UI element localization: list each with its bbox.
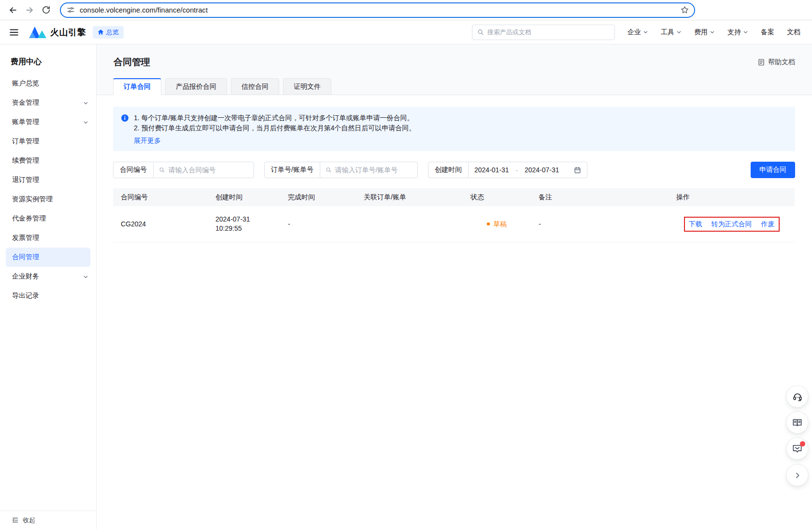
contract-no-filter-label: 合同编号 <box>114 162 154 178</box>
sidebar-item-renewal-management[interactable]: 续费管理 <box>0 151 96 170</box>
cell-finish-time: - <box>280 206 356 242</box>
browser-forward-icon[interactable] <box>21 2 38 18</box>
col-related-orders: 关联订单/账单 <box>356 188 463 206</box>
order-no-input[interactable] <box>335 166 412 174</box>
brand-logo[interactable]: 火山引擎 <box>29 26 86 39</box>
info-icon <box>121 114 129 122</box>
bookmark-star-icon[interactable] <box>680 5 689 14</box>
contract-no-filter: 合同编号 <box>113 162 254 178</box>
search-icon <box>326 167 331 173</box>
col-status: 状态 <box>463 188 531 206</box>
sidebar-title: 费用中心 <box>0 44 96 74</box>
address-bar[interactable]: console.volcengine.com/finance/contract <box>60 2 695 18</box>
apply-contract-button[interactable]: 申请合同 <box>751 162 795 178</box>
sidebar-item-enterprise-finance[interactable]: 企业财务 <box>0 267 96 286</box>
sidebar: 费用中心 账户总览 资金管理 账单管理 订单管理 续费管理 退订管理 资源实例管… <box>0 44 97 529</box>
url-text[interactable]: console.volcengine.com/finance/contract <box>80 6 675 14</box>
chevron-down-icon <box>743 29 748 35</box>
chevron-down-icon <box>643 29 648 35</box>
browser-reload-icon[interactable] <box>38 2 54 18</box>
created-time-filter: 创建时间 2024-01-31 - 2024-07-31 <box>428 162 587 178</box>
topnav-menus: 企业 工具 费用 支持 备案 文档 <box>627 28 800 37</box>
sidebar-item-invoice-management[interactable]: 发票管理 <box>0 228 96 248</box>
notification-dot <box>800 441 805 446</box>
cell-actions: 下载 转为正式合同 作废 <box>669 206 795 242</box>
content-body: 1. 每个订单/账单只支持创建一次带电子章的正式合同，可针对多个订单或账单申请一… <box>97 95 812 529</box>
download-link[interactable]: 下载 <box>689 220 702 229</box>
help-docs-label: 帮助文档 <box>768 58 795 67</box>
menu-enterprise[interactable]: 企业 <box>627 28 648 37</box>
cell-related-orders <box>356 206 463 242</box>
sidebar-item-contract-management[interactable]: 合同管理 <box>6 248 90 267</box>
sidebar-item-unsubscribe-management[interactable]: 退订管理 <box>0 170 96 190</box>
sidebar-item-voucher-management[interactable]: 代金券管理 <box>0 209 96 228</box>
global-search-input[interactable] <box>487 28 610 36</box>
cell-status: 草稿 <box>463 206 531 242</box>
tab-product-quote-contract[interactable]: 产品报价合同 <box>165 78 227 95</box>
date-range-picker[interactable]: 2024-01-31 - 2024-07-31 <box>469 162 587 178</box>
chevron-down-icon <box>710 29 715 35</box>
tab-order-contract[interactable]: 订单合同 <box>113 78 161 95</box>
created-time-filter-label: 创建时间 <box>428 162 469 178</box>
status-dot <box>487 223 490 225</box>
product-topnav: 火山引擎 总览 企业 工具 费用 支持 <box>0 20 812 44</box>
tab-credit-control-contract[interactable]: 信控合同 <box>231 78 279 95</box>
customer-service-button[interactable] <box>786 386 808 407</box>
notice-banner: 1. 每个订单/账单只支持创建一次带电子章的正式合同，可针对多个订单或账单申请一… <box>113 107 795 151</box>
browser-back-icon[interactable] <box>5 2 21 18</box>
documentation-button[interactable] <box>786 412 808 433</box>
contract-tabs: 订单合同 产品报价合同 信控合同 证明文件 <box>113 78 331 95</box>
headset-icon <box>792 391 803 402</box>
help-docs-link[interactable]: 帮助文档 <box>757 58 795 67</box>
sidebar-item-export-records[interactable]: 导出记录 <box>0 286 96 306</box>
global-search[interactable] <box>472 25 615 40</box>
date-range-end[interactable]: 2024-07-31 <box>525 166 559 174</box>
collapse-icon <box>12 516 19 524</box>
feedback-button[interactable] <box>786 438 808 459</box>
expand-more-link[interactable]: 展开更多 <box>134 137 161 145</box>
filter-row: 合同编号 订单号/账单号 创建时间 <box>113 162 795 178</box>
date-range-start[interactable]: 2024-01-31 <box>474 166 509 174</box>
menu-support[interactable]: 支持 <box>727 28 748 37</box>
main-content: 合同管理 帮助文档 订单合同 产品报价合同 信控合同 证明文件 <box>97 44 812 529</box>
invalidate-link[interactable]: 作废 <box>761 220 775 229</box>
sidebar-item-funds-management[interactable]: 资金管理 <box>0 93 96 112</box>
open-book-icon <box>792 417 803 428</box>
cell-contract-no: CG2024 <box>113 206 208 242</box>
menu-docs[interactable]: 文档 <box>787 28 800 37</box>
content-header: 合同管理 帮助文档 订单合同 产品报价合同 信控合同 证明文件 <box>97 44 812 95</box>
actions-highlight-box: 下载 转为正式合同 作废 <box>684 217 780 232</box>
screen: console.volcengine.com/finance/contract … <box>0 0 812 529</box>
chevron-down-icon <box>83 120 88 125</box>
sidebar-collapse-button[interactable]: 收起 <box>0 511 96 529</box>
created-date: 2024-07-31 <box>215 215 250 224</box>
sidebar-item-resource-instance-management[interactable]: 资源实例管理 <box>0 190 96 209</box>
table-header: 合同编号 创建时间 完成时间 关联订单/账单 状态 备注 操作 <box>113 188 795 206</box>
hamburger-menu-icon[interactable] <box>8 26 20 39</box>
menu-icp-filing[interactable]: 备案 <box>761 28 774 37</box>
tab-certificate-files[interactable]: 证明文件 <box>283 78 331 95</box>
convert-to-formal-contract-link[interactable]: 转为正式合同 <box>712 220 752 229</box>
cell-remark: - <box>531 206 669 242</box>
col-contract-no: 合同编号 <box>113 188 208 206</box>
calendar-icon[interactable] <box>574 167 581 174</box>
overview-badge-label: 总览 <box>106 28 119 37</box>
collapse-fabs-button[interactable] <box>786 464 808 486</box>
menu-billing[interactable]: 费用 <box>694 28 715 37</box>
chevron-down-icon <box>83 100 88 106</box>
sidebar-collapse-label: 收起 <box>23 516 35 525</box>
order-no-filter-label: 订单号/账单号 <box>265 162 320 178</box>
sidebar-item-bill-management[interactable]: 账单管理 <box>0 112 96 132</box>
menu-tools[interactable]: 工具 <box>661 28 682 37</box>
order-no-filter: 订单号/账单号 <box>264 162 418 178</box>
created-clock: 10:29:55 <box>215 224 242 233</box>
site-settings-icon[interactable] <box>67 6 75 14</box>
sidebar-item-account-overview[interactable]: 账户总览 <box>0 74 96 93</box>
date-range-separator: - <box>516 167 518 174</box>
search-icon <box>159 167 165 173</box>
sidebar-item-order-management[interactable]: 订单管理 <box>0 132 96 151</box>
overview-badge[interactable]: 总览 <box>93 26 124 39</box>
contract-no-input[interactable] <box>169 166 248 174</box>
col-remark: 备注 <box>531 188 669 206</box>
contracts-table: 合同编号 创建时间 完成时间 关联订单/账单 状态 备注 操作 CG2024 2… <box>113 188 795 242</box>
